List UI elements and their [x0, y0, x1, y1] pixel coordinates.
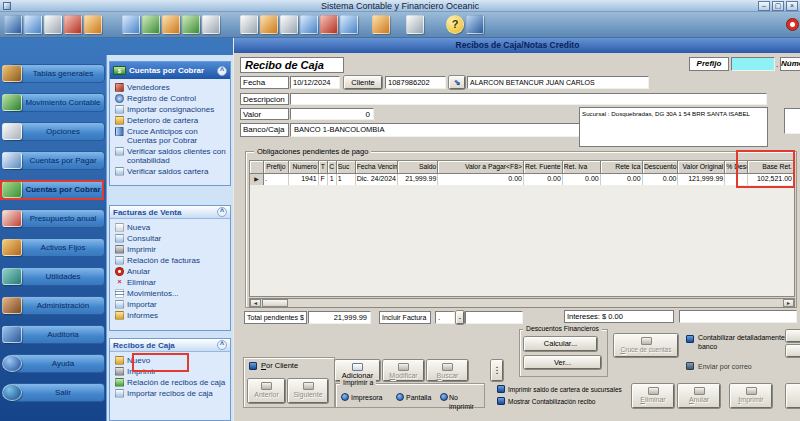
minimize-button[interactable]: –	[758, 1, 770, 11]
col-ret-iva[interactable]: Ret. Iva	[563, 161, 601, 174]
scroll-right-icon[interactable]: ►	[783, 299, 794, 307]
sidebar-item-label[interactable]: Administración	[9, 296, 105, 315]
exit-icon[interactable]	[466, 15, 484, 34]
recent-doc-icon[interactable]	[202, 15, 220, 34]
cell-fecha-vencim[interactable]: Dic. 24/2024	[356, 174, 399, 185]
menu-item-verificar-saldos-cartera[interactable]: Verificar saldos cartera	[110, 166, 230, 177]
sidebar-item-utilidades[interactable]: Utilidades	[0, 263, 106, 292]
sidebar-item-label[interactable]: Opciones	[9, 122, 105, 141]
copy-doc-icon[interactable]	[240, 15, 258, 34]
impresora-label[interactable]: Impresora	[351, 393, 383, 402]
fecha-input[interactable]: 10/12/2024	[290, 76, 340, 89]
menu-item-relacion-de-recibos[interactable]: Relación de recibos de caja	[110, 377, 230, 388]
money-transfer-icon[interactable]	[142, 15, 160, 34]
cell-valor-original[interactable]: 121,999.99	[678, 174, 725, 185]
sidebar-item-label[interactable]: Cuentas por Pagar	[9, 151, 105, 170]
sidebar-item-ayuda[interactable]: Ayuda	[0, 350, 106, 379]
pantalla-radio[interactable]	[396, 393, 404, 401]
sidebar-item-administracion[interactable]: Administración	[0, 292, 106, 321]
menu-item-relacion-de-facturas[interactable]: Relación de facturas	[110, 255, 230, 266]
menu-item-informes[interactable]: Informes	[110, 310, 230, 321]
enviar-correo-checkbox[interactable]	[686, 362, 694, 370]
col-suc[interactable]: Suc	[337, 161, 356, 174]
lifebuoy-icon[interactable]	[786, 18, 799, 31]
menu-item-nueva[interactable]: Nueva	[110, 222, 230, 233]
scrollbar-thumb[interactable]	[262, 299, 288, 307]
menu-item-imprimir-factura[interactable]: Imprimir	[110, 244, 230, 255]
imprimir-saldo-checkbox[interactable]	[497, 385, 505, 393]
intereses-extra-input[interactable]	[679, 310, 797, 323]
adicionar-button[interactable]: Adicionar	[335, 360, 380, 381]
no-imprimir-label[interactable]: No imprimir	[449, 393, 484, 411]
cliente-button[interactable]: Cliente	[344, 76, 382, 89]
no-imprimir-radio[interactable]	[440, 393, 448, 401]
cell-t[interactable]: F	[319, 174, 328, 185]
enviar-correo-label[interactable]: Enviar por correo	[698, 362, 798, 371]
col-valor-original[interactable]: Valor Original	[678, 161, 725, 174]
cabinet-icon[interactable]	[372, 15, 390, 34]
maximize-button[interactable]: ▢	[772, 1, 784, 11]
collapse-icon[interactable]: ^	[217, 66, 227, 76]
imprimir-saldo-label[interactable]: Imprimir saldo de cartera de sucursales	[508, 385, 634, 394]
table-row[interactable]: ▶ . 1941 F 1 1 Dic. 24/2024 21,999.99 0.…	[250, 174, 794, 185]
cut-input-right[interactable]	[784, 108, 800, 134]
menu-item-anular-factura[interactable]: Anular	[110, 266, 230, 277]
cut-button-bottom[interactable]	[786, 384, 800, 408]
valor-input[interactable]: 0	[290, 108, 374, 120]
sidebar-item-label[interactable]: Ayuda	[9, 354, 105, 373]
menu-item-vendedores[interactable]: Vendedores	[110, 82, 230, 93]
ver-button[interactable]: Ver...	[524, 356, 601, 369]
section-header[interactable]: Facturas de Venta ^	[110, 206, 230, 219]
cell-suc[interactable]: 1	[337, 174, 356, 185]
window-titlebar[interactable]: Recibos de Caja/Notas Credito	[234, 38, 800, 53]
user-search-icon[interactable]	[182, 15, 200, 34]
mail-icon[interactable]	[260, 15, 278, 34]
menu-item-movimientos[interactable]: Movimientos...	[110, 288, 230, 299]
section-header[interactable]: $ Cuentas por Cobrar ^	[110, 62, 230, 79]
siguiente-button[interactable]: Siguiente	[288, 379, 328, 403]
col-ret-fuente[interactable]: Ret. Fuente	[524, 161, 563, 174]
menu-item-consultar[interactable]: Consultar	[110, 233, 230, 244]
red-book-icon[interactable]	[64, 15, 82, 34]
incluir-factura-input-1[interactable]: .	[435, 311, 455, 324]
cell-ret-iva[interactable]: 0.00	[563, 174, 601, 185]
mostrar-contabilizacion-label[interactable]: Mostrar Contabilización recibo	[508, 397, 634, 406]
close-button[interactable]: ×	[786, 1, 798, 11]
grid-horizontal-scrollbar[interactable]: ◄ ►	[249, 298, 795, 308]
col-fecha-vencim[interactable]: Fecha Vencim.	[356, 161, 399, 174]
tables-icon[interactable]	[44, 15, 62, 34]
col-descuento[interactable]: Descuento	[643, 161, 679, 174]
col-t[interactable]: T	[319, 161, 328, 174]
document-icon[interactable]	[280, 15, 298, 34]
client-search-icon[interactable]: ⇘	[449, 76, 465, 89]
dots-button[interactable]: ⋮	[491, 360, 503, 381]
collapse-icon[interactable]: ^	[217, 207, 227, 217]
cut-button-mid[interactable]	[786, 345, 800, 357]
menu-item-eliminar-factura[interactable]: ×Eliminar	[110, 277, 230, 288]
sidebar-item-label[interactable]: Presupuesto anual	[9, 209, 105, 228]
sidebar-item-label[interactable]: Utilidades	[9, 267, 105, 286]
menu-item-importar-consignaciones[interactable]: Importar consignaciones	[110, 104, 230, 115]
sidebar-item-label[interactable]: Movimiento Contable	[9, 93, 105, 112]
descripcion-input[interactable]	[290, 93, 767, 105]
sidebar-item-movimiento-contable[interactable]: Movimiento Contable	[0, 89, 106, 118]
menu-item-registro-de-control[interactable]: Registro de Control	[110, 93, 230, 104]
sidebar-item-label[interactable]: Salir	[9, 383, 105, 402]
bar-chart-icon[interactable]	[84, 15, 102, 34]
eliminar-button[interactable]: Eliminar	[632, 384, 674, 408]
sidebar-item-cuentas-por-pagar[interactable]: Cuentas por Pagar	[0, 147, 106, 176]
pantalla-label[interactable]: Pantalla	[406, 393, 431, 402]
cruce-de-cuentas-button[interactable]: Cruce de cuentas	[614, 334, 678, 357]
imprimir-button[interactable]: Imprimir	[730, 384, 772, 408]
user-red-icon[interactable]	[320, 15, 338, 34]
sidebar-item-tablas-generales[interactable]: Tablas generales	[0, 60, 106, 89]
contabilizar-checkbox[interactable]	[686, 335, 694, 343]
cell-valor-a-pagar[interactable]: 0.00	[438, 174, 524, 185]
cell-descuento[interactable]: 0.00	[643, 174, 679, 185]
section-header[interactable]: Recibos de Caja ^	[110, 339, 230, 352]
col-valor-a-pagar[interactable]: Valor a Pagar<F8>	[438, 161, 524, 174]
calcular-button[interactable]: Calcular...	[524, 337, 597, 351]
col-prefijo[interactable]: Prefijo	[264, 161, 289, 174]
impresora-radio[interactable]	[341, 393, 349, 401]
col-rete-ica[interactable]: Rete Ica	[601, 161, 643, 174]
